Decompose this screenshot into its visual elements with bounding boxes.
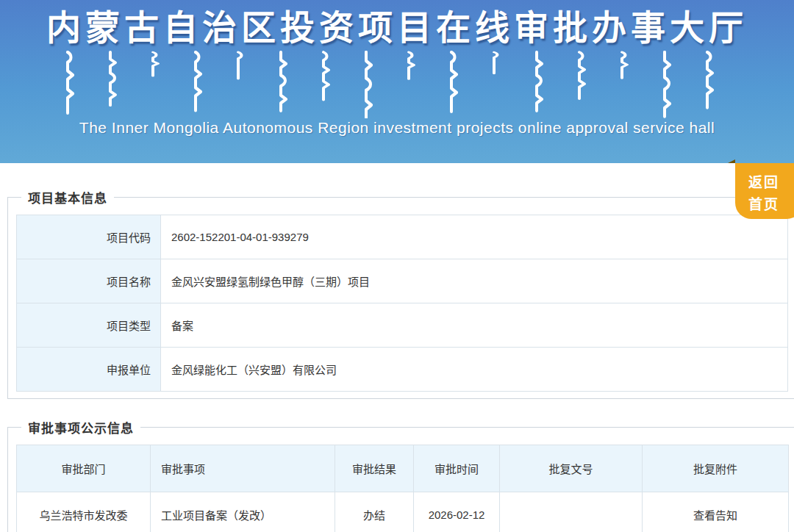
back-to-home-label-line2: 首页: [735, 194, 793, 216]
row-project-type: 项目类型 备案: [17, 303, 788, 348]
col-header-attachment: 批复附件: [643, 445, 789, 492]
col-header-doc-no: 批复文号: [500, 445, 643, 492]
cell-doc-no: [500, 492, 643, 532]
approval-items-table: 审批部门 审批事项 审批结果 审批时间 批复文号 批复附件 乌兰浩特市发改委 工…: [16, 445, 789, 532]
approval-header-row: 审批部门 审批事项 审批结果 审批时间 批复文号 批复附件: [17, 445, 789, 492]
cell-result: 办结: [335, 492, 414, 532]
field-label-declaring-unit: 申报单位: [17, 348, 161, 392]
cell-time: 2026-02-12: [414, 492, 500, 532]
view-notice-link[interactable]: 查看告知: [693, 509, 737, 522]
row-project-code: 项目代码 2602-152201-04-01-939279: [17, 215, 788, 259]
back-to-home-label-line1: 返回: [735, 172, 793, 194]
field-value-project-name: 金风兴安盟绿氢制绿色甲醇（三期）项目: [161, 259, 788, 303]
col-header-result: 审批结果: [335, 445, 414, 492]
project-basic-info-title: 项目基本信息: [21, 188, 114, 206]
col-header-item: 审批事项: [151, 445, 335, 492]
field-value-project-type: 备案: [161, 303, 788, 348]
site-subtitle-en: The Inner Mongolia Autonomous Region inv…: [0, 119, 794, 137]
mongolian-script-decoration: [51, 51, 743, 118]
site-title-cn: 内蒙古自治区投资项目在线审批办事大厅: [0, 0, 794, 48]
field-value-project-code: 2602-152201-04-01-939279: [161, 215, 788, 259]
approval-publicity-section: 审批事项公示信息 审批部门 审批事项 审批结果 审批时间 批复文号 批复附件 乌…: [7, 418, 794, 532]
row-project-name: 项目名称 金风兴安盟绿氢制绿色甲醇（三期）项目: [17, 259, 788, 303]
field-label-project-code: 项目代码: [17, 215, 161, 259]
project-basic-info-table: 项目代码 2602-152201-04-01-939279 项目名称 金风兴安盟…: [16, 215, 788, 392]
cell-item: 工业项目备案（发改）: [151, 492, 335, 532]
row-declaring-unit: 申报单位 金风绿能化工（兴安盟）有限公司: [17, 348, 788, 392]
back-to-home-button[interactable]: 返回 首页: [735, 163, 794, 219]
site-banner: 内蒙古自治区投资项目在线审批办事大厅 The Inner Mongolia Au…: [0, 0, 794, 163]
field-value-declaring-unit: 金风绿能化工（兴安盟）有限公司: [161, 348, 788, 392]
approval-data-row: 乌兰浩特市发改委 工业项目备案（发改） 办结 2026-02-12 查看告知: [17, 492, 789, 532]
field-label-project-name: 项目名称: [17, 259, 161, 303]
cell-department: 乌兰浩特市发改委: [17, 492, 151, 532]
approval-publicity-title: 审批事项公示信息: [21, 418, 140, 436]
project-basic-info-section: 项目基本信息 项目代码 2602-152201-04-01-939279 项目名…: [7, 188, 794, 399]
col-header-time: 审批时间: [414, 445, 500, 492]
field-label-project-type: 项目类型: [17, 303, 161, 348]
col-header-department: 审批部门: [17, 445, 151, 492]
